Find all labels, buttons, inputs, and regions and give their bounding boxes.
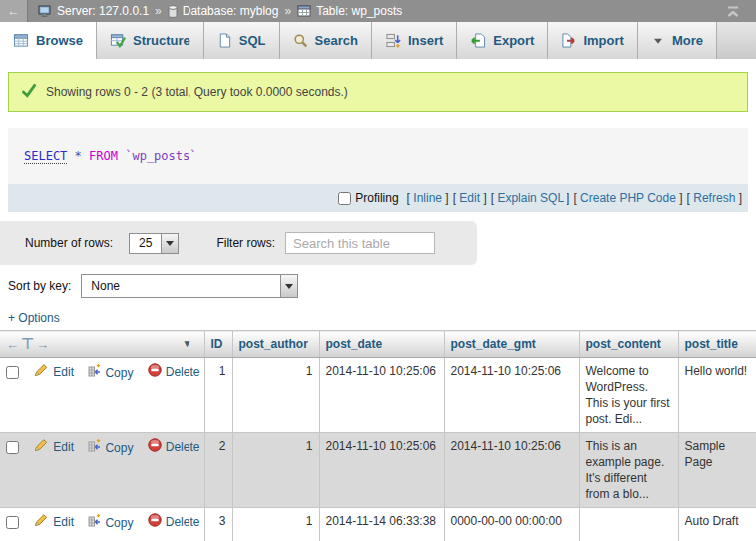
- tab-search[interactable]: Search: [280, 22, 372, 59]
- actions-dropdown-icon[interactable]: ▼: [183, 338, 192, 349]
- cell-post-title: Hello world!: [678, 358, 756, 433]
- row-select-checkbox[interactable]: [6, 441, 19, 454]
- move-columns-right-icon[interactable]: →: [36, 337, 51, 352]
- sort-by-key-value: None: [82, 275, 280, 297]
- sql-query-toolbar: Profiling [ Inline ] [ Edit ] [ Explain …: [8, 184, 748, 212]
- cell-post-date: 2014-11-10 10:25:06: [319, 433, 444, 508]
- table-row: Edit Copy Delete 3 1 2014-11-14 06:33:38…: [0, 508, 756, 541]
- import-icon: [561, 33, 576, 48]
- copy-row-link[interactable]: Copy: [88, 439, 133, 456]
- breadcrumb-separator: »: [155, 4, 162, 18]
- column-header-post-content[interactable]: post_content: [579, 331, 678, 358]
- bracket: ]: [739, 191, 742, 205]
- column-header-id[interactable]: ID: [204, 331, 232, 358]
- column-header-post-title[interactable]: post_title: [678, 331, 756, 358]
- column-header-post-date[interactable]: post_date: [319, 331, 444, 358]
- copy-row-link[interactable]: Copy: [88, 514, 133, 531]
- row-select-checkbox[interactable]: [6, 516, 19, 529]
- explain-sql-link[interactable]: Explain SQL: [497, 191, 563, 205]
- table-tabs: Browse Structure SQL Search Insert Expor…: [0, 22, 756, 59]
- tab-label: Browse: [36, 33, 83, 48]
- insert-icon: [385, 33, 401, 48]
- delete-row-icon: [148, 363, 162, 381]
- breadcrumb-table[interactable]: Table: wp_posts: [316, 4, 402, 18]
- cell-post-author: 1: [232, 508, 319, 541]
- refresh-link[interactable]: Refresh: [693, 191, 735, 205]
- tab-label: Export: [493, 33, 534, 48]
- inline-link[interactable]: Inline: [413, 191, 442, 205]
- row-actions-cell: Edit Copy Delete: [0, 358, 204, 433]
- results-header-row: ←⊤→ ▼ ID post_author post_date post_date…: [0, 331, 756, 358]
- tab-label: Structure: [133, 33, 190, 48]
- tab-insert[interactable]: Insert: [372, 22, 457, 59]
- cell-post-date-gmt: 0000-00-00 00:00:00: [444, 508, 579, 541]
- profiling-checkbox[interactable]: [338, 192, 351, 205]
- bracket: [: [407, 191, 410, 205]
- create-php-code-link[interactable]: Create PHP Code: [580, 191, 676, 205]
- bracket: ]: [445, 191, 448, 205]
- create-php-code-link-wrap: [ Create PHP Code ]: [573, 191, 682, 205]
- sort-by-key-row: Sort by key: None: [8, 274, 756, 298]
- breadcrumb-server[interactable]: Server: 127.0.0.1: [57, 4, 149, 18]
- export-icon: [470, 33, 486, 48]
- browse-icon: [13, 33, 29, 48]
- number-of-rows-label: Number of rows:: [25, 236, 113, 250]
- tab-sql[interactable]: SQL: [204, 22, 280, 59]
- tab-structure[interactable]: Structure: [97, 22, 204, 59]
- filter-rows-input[interactable]: [285, 232, 435, 254]
- search-icon: [293, 33, 308, 48]
- edit-row-link[interactable]: Edit: [34, 513, 74, 531]
- cell-post-date: 2014-11-10 10:25:06: [319, 358, 444, 433]
- options-toggle-link[interactable]: + Options: [8, 311, 78, 325]
- copy-row-icon: [88, 364, 101, 381]
- tab-browse[interactable]: Browse: [0, 22, 97, 59]
- delete-row-link[interactable]: Delete: [148, 438, 200, 456]
- select-dropdown-icon[interactable]: [280, 275, 297, 297]
- copy-row-icon: [88, 439, 101, 456]
- copy-row-icon: [88, 514, 101, 531]
- sql-keyword-from: FROM: [89, 149, 118, 163]
- move-columns-left-icon[interactable]: ←: [6, 337, 21, 352]
- row-actions-cell: Edit Copy Delete: [0, 508, 204, 541]
- edit-row-link[interactable]: Edit: [34, 363, 74, 381]
- row-actions-cell: Edit Copy Delete: [0, 433, 204, 508]
- tab-import[interactable]: Import: [548, 22, 637, 59]
- sql-keyword-select[interactable]: SELECT: [24, 149, 67, 164]
- column-header-post-date-gmt[interactable]: post_date_gmt: [444, 331, 579, 358]
- cell-id: 3: [204, 508, 232, 541]
- edit-row-link[interactable]: Edit: [34, 438, 74, 456]
- cell-post-date-gmt: 2014-11-10 10:25:06: [444, 433, 579, 508]
- column-header-post-author[interactable]: post_author: [232, 331, 319, 358]
- cell-post-content: [579, 508, 678, 541]
- tab-label: SQL: [239, 33, 266, 48]
- nav-panel-toggle[interactable]: ←: [0, 0, 28, 22]
- breadcrumb-database[interactable]: Database: myblog: [183, 4, 279, 18]
- edit-link[interactable]: Edit: [459, 191, 480, 205]
- cell-post-date: 2014-11-14 06:33:38: [319, 508, 444, 541]
- explain-sql-link-wrap: [ Explain SQL ]: [491, 191, 570, 205]
- tab-export[interactable]: Export: [457, 22, 548, 59]
- browse-controls-panel: Number of rows: 25 Filter rows:: [0, 221, 477, 265]
- collapse-top-icon[interactable]: [724, 5, 742, 18]
- bracket: [: [687, 191, 690, 205]
- row-select-checkbox[interactable]: [6, 366, 19, 379]
- delete-row-icon: [148, 438, 162, 456]
- table-icon: [297, 5, 311, 17]
- breadcrumb: ← Server: 127.0.0.1 » Database: myblog »…: [0, 0, 756, 22]
- sql-query-text: SELECT * FROM `wp_posts`: [8, 128, 748, 184]
- breadcrumb-separator: »: [284, 4, 291, 18]
- cell-post-title: Sample Page: [678, 433, 756, 508]
- tab-more[interactable]: More: [638, 22, 717, 59]
- number-of-rows-select[interactable]: 25: [129, 233, 179, 254]
- status-message: Showing rows 0 - 2 (3 total, Query took …: [8, 72, 748, 112]
- bracket: [: [573, 191, 576, 205]
- delete-row-icon: [148, 513, 162, 531]
- database-icon: [168, 5, 178, 18]
- copy-row-link[interactable]: Copy: [88, 364, 133, 381]
- sql-icon: [217, 33, 232, 48]
- delete-row-link[interactable]: Delete: [148, 513, 200, 531]
- delete-row-link[interactable]: Delete: [148, 363, 200, 381]
- sort-by-key-select[interactable]: None: [81, 274, 298, 298]
- pin-column-icon[interactable]: ⊤: [21, 335, 36, 352]
- select-dropdown-icon[interactable]: [161, 234, 178, 253]
